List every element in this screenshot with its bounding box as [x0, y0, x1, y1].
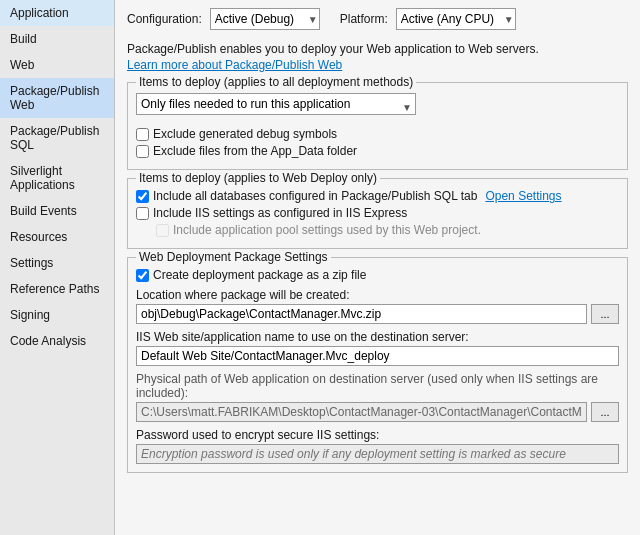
include-databases-row: Include all databases configured in Pack… — [136, 189, 619, 203]
password-input[interactable] — [136, 444, 619, 464]
include-app-pool-label: Include application pool settings used b… — [173, 223, 481, 237]
include-databases-label: Include all databases configured in Pack… — [153, 189, 477, 203]
description-text: Package/Publish enables you to deploy yo… — [127, 42, 628, 56]
configuration-dropdown[interactable]: Active (Debug) — [210, 8, 320, 30]
physical-input-row: ... — [136, 402, 619, 422]
platform-dropdown-wrapper: Active (Any CPU) ▼ — [396, 8, 516, 30]
sidebar-item-application[interactable]: Application — [0, 0, 114, 26]
sidebar-item-reference-paths[interactable]: Reference Paths — [0, 276, 114, 302]
sidebar-item-settings[interactable]: Settings — [0, 250, 114, 276]
sidebar-item-web[interactable]: Web — [0, 52, 114, 78]
iis-label: IIS Web site/application name to use on … — [136, 330, 619, 344]
physical-label: Physical path of Web application on dest… — [136, 372, 619, 400]
web-deployment-title: Web Deployment Package Settings — [136, 250, 331, 264]
include-app-pool-checkbox[interactable] — [156, 224, 169, 237]
include-databases-checkbox[interactable] — [136, 190, 149, 203]
web-deployment-content: Create deployment package as a zip file … — [136, 268, 619, 464]
password-input-row — [136, 444, 619, 464]
main-content: Configuration: Active (Debug) ▼ Platform… — [115, 0, 640, 535]
exclude-debug-row: Exclude generated debug symbols — [136, 127, 619, 141]
exclude-app-data-label: Exclude files from the App_Data folder — [153, 144, 357, 158]
platform-label: Platform: — [340, 12, 388, 26]
include-app-pool-row: Include application pool settings used b… — [156, 223, 619, 237]
deploy-dropdown-wrapper: Only files needed to run this applicatio… — [136, 93, 416, 121]
web-deployment-group: Web Deployment Package Settings Create d… — [127, 257, 628, 473]
items-all-methods-group: Items to deploy (applies to all deployme… — [127, 82, 628, 170]
exclude-app-data-row: Exclude files from the App_Data folder — [136, 144, 619, 158]
description-section: Package/Publish enables you to deploy yo… — [127, 42, 628, 72]
location-input-row: ... — [136, 304, 619, 324]
sidebar-item-build[interactable]: Build — [0, 26, 114, 52]
items-all-methods-title: Items to deploy (applies to all deployme… — [136, 75, 416, 89]
sidebar-item-signing[interactable]: Signing — [0, 302, 114, 328]
location-input[interactable] — [136, 304, 587, 324]
sidebar-item-resources[interactable]: Resources — [0, 224, 114, 250]
physical-input[interactable] — [136, 402, 587, 422]
deploy-files-dropdown[interactable]: Only files needed to run this applicatio… — [136, 93, 416, 115]
create-package-label: Create deployment package as a zip file — [153, 268, 366, 282]
exclude-debug-label: Exclude generated debug symbols — [153, 127, 337, 141]
sidebar: ApplicationBuildWebPackage/Publish WebPa… — [0, 0, 115, 535]
deploy-dropdown-row: Only files needed to run this applicatio… — [136, 93, 619, 121]
items-all-methods-content: Only files needed to run this applicatio… — [136, 93, 619, 158]
exclude-debug-checkbox[interactable] — [136, 128, 149, 141]
include-iis-checkbox[interactable] — [136, 207, 149, 220]
password-label: Password used to encrypt secure IIS sett… — [136, 428, 619, 442]
platform-dropdown[interactable]: Active (Any CPU) — [396, 8, 516, 30]
open-settings-link[interactable]: Open Settings — [485, 189, 561, 203]
learn-more-link[interactable]: Learn more about Package/Publish Web — [127, 58, 342, 72]
items-web-deploy-title: Items to deploy (applies to Web Deploy o… — [136, 171, 380, 185]
location-label: Location where package will be created: — [136, 288, 619, 302]
exclude-app-data-checkbox[interactable] — [136, 145, 149, 158]
items-web-deploy-group: Items to deploy (applies to Web Deploy o… — [127, 178, 628, 249]
include-iis-label: Include IIS settings as configured in II… — [153, 206, 407, 220]
iis-input-row — [136, 346, 619, 366]
configuration-label: Configuration: — [127, 12, 202, 26]
iis-input[interactable] — [136, 346, 619, 366]
top-bar: Configuration: Active (Debug) ▼ Platform… — [127, 8, 628, 30]
items-web-deploy-content: Include all databases configured in Pack… — [136, 189, 619, 237]
sidebar-item-package-publish-sql[interactable]: Package/Publish SQL — [0, 118, 114, 158]
location-browse-button[interactable]: ... — [591, 304, 619, 324]
sidebar-item-package-publish-web[interactable]: Package/Publish Web — [0, 78, 114, 118]
create-package-row: Create deployment package as a zip file — [136, 268, 619, 282]
sidebar-item-silverlight-applications[interactable]: Silverlight Applications — [0, 158, 114, 198]
sidebar-item-build-events[interactable]: Build Events — [0, 198, 114, 224]
include-iis-row: Include IIS settings as configured in II… — [136, 206, 619, 220]
sidebar-item-code-analysis[interactable]: Code Analysis — [0, 328, 114, 354]
physical-browse-button[interactable]: ... — [591, 402, 619, 422]
create-package-checkbox[interactable] — [136, 269, 149, 282]
configuration-dropdown-wrapper: Active (Debug) ▼ — [210, 8, 320, 30]
